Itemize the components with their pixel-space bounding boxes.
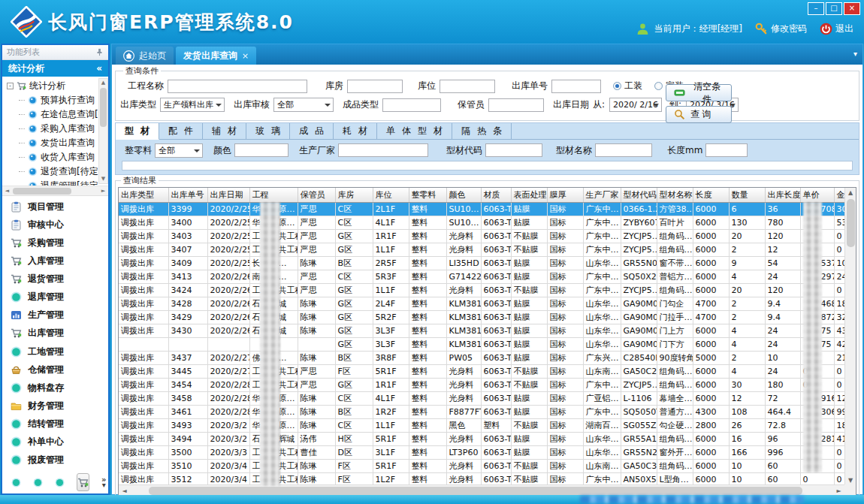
column-header[interactable]: 型材名称: [657, 188, 693, 202]
column-header[interactable]: 单价: [800, 188, 834, 202]
date-from-select[interactable]: 2020/ 2/16: [609, 98, 662, 112]
sidebar-item-入库管理[interactable]: 入库管理: [2, 252, 108, 269]
table-row[interactable]: 调拨出库34032020/2/25工共工程严思G区1R1F整料光身料6063-T…: [119, 229, 847, 243]
search-button[interactable]: 查 询: [666, 106, 732, 123]
clear-conditions-button[interactable]: 清空条件: [666, 84, 732, 101]
table-row[interactable]: 调拨出库35102020/3/4工共工程陈琳F区5R1F整料光身料6063-T5…: [119, 459, 847, 472]
material-tab-辅材[interactable]: 辅材: [203, 123, 246, 139]
grid-horizontal-scrollbar[interactable]: ◄ ►: [119, 484, 844, 496]
table-row[interactable]: 调拨出库33992020/2/25华原…严思C区2L1F整料SU10…6063-…: [119, 202, 847, 216]
scroll-left-icon[interactable]: ◄: [3, 187, 11, 195]
length-input[interactable]: [705, 143, 748, 157]
sidebar-item-仓储管理[interactable]: 仓储管理: [2, 361, 108, 378]
keeper-input[interactable]: [488, 98, 544, 112]
sidebar-item-结转管理[interactable]: 结转管理: [2, 416, 108, 433]
table-row[interactable]: 调拨出库34302020/2/26石城陈琳G区3L3F整料KLM38176063…: [119, 324, 847, 337]
column-header[interactable]: 数量: [729, 188, 765, 202]
tab-home[interactable]: 起始页: [116, 47, 174, 65]
scrollbar-thumb[interactable]: [13, 188, 71, 195]
scroll-right-icon[interactable]: ►: [99, 187, 107, 195]
tree-item[interactable]: 退库管理[待定: [7, 179, 108, 186]
column-header[interactable]: 材质: [481, 188, 511, 202]
dot-icon[interactable]: [55, 478, 65, 487]
tree-item[interactable]: 退货查询[待定]: [7, 164, 108, 179]
table-row[interactable]: 调拨出库34372020/2/27佛…陈琳B区3R8F整料PW056063-T5…: [119, 351, 847, 364]
pin-icon[interactable]: [95, 48, 104, 56]
tree-root-statistics[interactable]: - 统计分析: [7, 79, 108, 93]
table-row[interactable]: G区3L3F整料KLM38176063-T5贴膜国标山东华…GA90M09.门下…: [119, 337, 847, 351]
project-name-input[interactable]: [168, 80, 307, 93]
material-tab-成品[interactable]: 成品: [290, 123, 334, 139]
table-row[interactable]: 调拨出库34292020/2/26石城陈琳G区5R2F整料KLM38176063…: [119, 310, 847, 324]
sidebar-item-财务管理[interactable]: 财务管理: [2, 397, 108, 414]
tree-item[interactable]: 发货出库查询: [7, 136, 108, 150]
material-tab-配件[interactable]: 配件: [159, 123, 203, 139]
table-row[interactable]: 调拨出库34942020/3/2石辉城汤伟H区5R1F整料光身料6063-T5贴…: [119, 432, 847, 445]
maker-input[interactable]: [338, 143, 428, 157]
whole-piece-select[interactable]: 全部: [155, 143, 203, 158]
column-header[interactable]: 生产厂家: [583, 188, 621, 202]
column-header[interactable]: 出库类型: [119, 188, 168, 202]
column-header[interactable]: 出库日期: [207, 188, 249, 202]
sidebar-item-退库管理[interactable]: 退库管理: [2, 289, 108, 306]
sidebar-item-工地管理[interactable]: 工地管理: [2, 343, 108, 360]
table-row[interactable]: 调拨出库34612020/2/28华原…陈琳B区1R2F整料F8877FT606…: [119, 405, 847, 418]
column-header[interactable]: 出库单号: [168, 188, 207, 202]
dot-icon[interactable]: [33, 478, 43, 487]
radio-gongzhuang[interactable]: 工装: [613, 80, 642, 92]
product-type-input[interactable]: [382, 98, 441, 112]
column-header[interactable]: 整零料: [409, 188, 446, 202]
scrollbar-thumb[interactable]: [149, 487, 802, 495]
maximize-button[interactable]: □: [826, 2, 842, 15]
table-row[interactable]: 调拨出库34452020/2/27工共工程严思F区5R1F整料光身料6063-T…: [119, 364, 847, 378]
sidebar-item-物料盘存[interactable]: 物料盘存: [2, 379, 108, 396]
material-tab-隔热条[interactable]: 隔热条: [452, 123, 512, 139]
material-tab-单体型材[interactable]: 单体型材: [377, 123, 452, 139]
column-header[interactable]: 保管员: [298, 188, 335, 202]
scrollbar-thumb[interactable]: [847, 199, 855, 247]
tree-item[interactable]: 采购入库查询: [7, 122, 108, 136]
column-header[interactable]: 工程: [249, 188, 298, 202]
table-row[interactable]: 调拨出库34932020/3/2华原…陈琳C区1L1F整料黑色塑料不贴膜国标湖南…: [119, 418, 847, 432]
color-input[interactable]: [234, 143, 289, 157]
table-row[interactable]: 调拨出库34002020/2/25华原…严思C区4L1F整料SU10…6063-…: [119, 216, 847, 229]
tree-item[interactable]: 在途信息查询[待: [7, 107, 108, 122]
sidebar-item-采购管理[interactable]: 采购管理: [2, 234, 108, 251]
sidebar-item-出库管理[interactable]: 出库管理: [2, 325, 108, 342]
table-row[interactable]: 调拨出库34072020/2/25工共工程严思G区1L1F整料光身料6063-T…: [119, 243, 847, 256]
profile-name-input[interactable]: [595, 143, 652, 157]
table-row[interactable]: 调拨出库34542020/2/28工共工程严思G区1R1F整料光身料6063-T…: [119, 378, 847, 391]
sidebar-item-审核中心[interactable]: 审核中心: [2, 216, 108, 233]
tree-expander-icon[interactable]: -: [7, 83, 14, 89]
sidebar-item-项目管理[interactable]: 项目管理: [2, 198, 108, 215]
column-header[interactable]: 库位: [373, 188, 409, 202]
scrollbar-thumb[interactable]: [100, 88, 107, 127]
scroll-up-icon[interactable]: ▲: [845, 188, 856, 198]
scroll-down-icon[interactable]: ▼: [99, 175, 107, 183]
tree-item[interactable]: 预算执行查询: [7, 93, 108, 107]
table-row[interactable]: 调拨出库35002020/3/3工共工程曹佳D区3L1F整料LT3P606063…: [119, 445, 847, 459]
column-header[interactable]: 型材代码: [621, 188, 657, 202]
sidebar-section-header[interactable]: 统计分析 «: [2, 60, 108, 77]
sidebar-item-退货管理[interactable]: 退货管理: [2, 271, 108, 288]
tree-vertical-scrollbar[interactable]: ▲ ▼: [98, 78, 108, 184]
material-tab-型材[interactable]: 型材: [116, 123, 159, 140]
out-type-select[interactable]: 生产领料出库: [160, 98, 225, 112]
column-header[interactable]: 长度: [693, 188, 729, 202]
collapse-icon[interactable]: «: [96, 60, 102, 77]
sidebar-item-生产管理[interactable]: 生产管理: [2, 307, 108, 324]
tab-close-icon[interactable]: ×: [242, 51, 249, 61]
tree-item[interactable]: 收货入库查询: [7, 150, 108, 164]
tab-list-caret-icon[interactable]: ▾: [853, 50, 857, 58]
column-header[interactable]: 库房: [335, 188, 373, 202]
column-header[interactable]: 颜色: [446, 188, 481, 202]
grid-vertical-scrollbar[interactable]: ▲ ▼: [844, 188, 856, 486]
material-tab-玻璃[interactable]: 玻璃: [246, 123, 290, 139]
tree-horizontal-scrollbar[interactable]: ◄ ►: [2, 186, 108, 196]
logout-button[interactable]: 退出: [820, 23, 853, 35]
table-row[interactable]: 调拨出库34242020/2/26工共工程严思G区1L1F整料光身料6063-T…: [119, 283, 847, 297]
table-row[interactable]: 调拨出库34282020/2/26石城陈琳G区2L4F整料KLM38176063…: [119, 297, 847, 310]
more-items-button[interactable]: » ▾: [101, 477, 106, 487]
tab-shipping-outbound-query[interactable]: 发货出库查询 ×: [176, 47, 256, 65]
profile-code-input[interactable]: [485, 143, 542, 157]
